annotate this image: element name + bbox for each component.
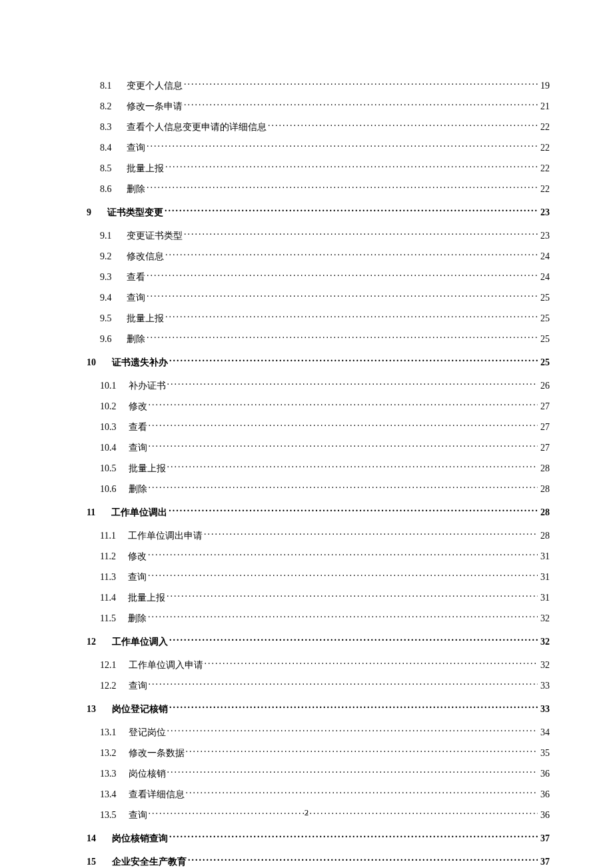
- toc-entry[interactable]: 10.3查看27: [87, 420, 550, 434]
- toc-entry-number: 13.1: [100, 725, 129, 739]
- toc-entry-number: 10.6: [100, 482, 129, 496]
- toc-entry[interactable]: 8.5批量上报22: [87, 161, 550, 175]
- toc-entry-number: 8.2: [100, 99, 127, 113]
- toc-entry-page: 22: [539, 182, 550, 196]
- toc-leader-dots: [205, 659, 538, 668]
- toc-entry-page: 27: [539, 441, 550, 455]
- toc-entry-number: 12: [87, 635, 112, 649]
- toc-entry[interactable]: 11.2修改31: [87, 549, 550, 563]
- toc-entry-title: 修改一条申请: [127, 99, 183, 113]
- toc-entry-title: 工作单位调出: [111, 505, 167, 519]
- toc-entry-title: 查看详细信息: [129, 787, 185, 801]
- toc-entry-number: 9.6: [100, 332, 127, 346]
- toc-entry[interactable]: 8.6删除22: [87, 182, 550, 196]
- toc-entry[interactable]: 11.1工作单位调出申请28: [87, 529, 550, 543]
- toc-entry-title: 删除: [127, 182, 145, 196]
- toc-entry-page: 24: [539, 249, 550, 263]
- toc-entry[interactable]: 9.5批量上报25: [87, 311, 550, 325]
- toc-entry-title: 登记岗位: [129, 725, 166, 739]
- toc-entry-page: 28: [539, 505, 550, 519]
- toc-entry-title: 岗位登记核销: [112, 702, 168, 716]
- toc-entry[interactable]: 11.5删除32: [87, 611, 550, 625]
- toc-entry[interactable]: 14岗位核销查询37: [87, 831, 550, 845]
- toc-entry-number: 9.5: [100, 311, 127, 325]
- toc-entry-title: 查询: [129, 441, 147, 455]
- toc-entry-title: 查询: [128, 570, 147, 584]
- toc-entry[interactable]: 11工作单位调出28: [87, 505, 550, 519]
- toc-leader-dots: [184, 79, 538, 89]
- toc-entry-page: 27: [539, 399, 550, 413]
- toc-leader-dots: [165, 312, 538, 321]
- toc-entry-number: 10.2: [100, 399, 129, 413]
- toc-entry[interactable]: 11.3查询31: [87, 570, 550, 584]
- toc-entry-title: 批量上报: [129, 461, 166, 475]
- toc-leader-dots: [165, 206, 538, 215]
- toc-list: 8.1变更个人信息198.2修改一条申请218.3查看个人信息变更申请的详细信息…: [87, 79, 550, 868]
- toc-entry-title: 查询: [127, 141, 145, 155]
- toc-leader-dots: [148, 612, 538, 621]
- toc-entry-page: 21: [539, 99, 550, 113]
- toc-leader-dots: [204, 529, 538, 539]
- toc-entry[interactable]: 13.2修改一条数据35: [87, 746, 550, 760]
- toc-entry-page: 34: [539, 725, 550, 739]
- toc-entry-number: 8.5: [100, 161, 127, 175]
- toc-entry-page: 28: [539, 482, 550, 496]
- toc-entry[interactable]: 9.3查看24: [87, 270, 550, 284]
- toc-entry-number: 11.4: [100, 591, 128, 605]
- toc-entry-number: 9: [87, 205, 107, 219]
- toc-entry[interactable]: 10.1补办证书26: [87, 379, 550, 393]
- toc-leader-dots: [167, 726, 538, 735]
- toc-leader-dots: [169, 703, 538, 712]
- toc-entry[interactable]: 8.1变更个人信息19: [87, 79, 550, 93]
- toc-entry[interactable]: 15企业安全生产教育37: [87, 855, 550, 868]
- toc-entry[interactable]: 9证书类型变更23: [87, 205, 550, 219]
- toc-entry-title: 查看: [127, 270, 145, 284]
- toc-entry[interactable]: 11.4批量上报31: [87, 591, 550, 605]
- toc-entry-number: 9.4: [100, 291, 127, 305]
- toc-entry[interactable]: 12工作单位调入32: [87, 635, 550, 649]
- toc-entry[interactable]: 10.6删除28: [87, 482, 550, 496]
- toc-entry-number: 10: [87, 355, 112, 369]
- toc-leader-dots: [268, 121, 538, 130]
- toc-entry-number: 8.1: [100, 79, 127, 93]
- toc-entry[interactable]: 10.4查询27: [87, 441, 550, 455]
- toc-entry[interactable]: 10.2修改27: [87, 399, 550, 413]
- toc-entry-number: 14: [87, 831, 112, 845]
- toc-entry[interactable]: 13.1登记岗位34: [87, 725, 550, 739]
- toc-entry[interactable]: 12.2查询33: [87, 679, 550, 693]
- toc-entry-title: 批量上报: [128, 591, 165, 605]
- toc-leader-dots: [149, 441, 538, 451]
- toc-leader-dots: [149, 421, 538, 430]
- toc-leader-dots: [186, 788, 538, 797]
- toc-entry[interactable]: 9.1变更证书类型23: [87, 229, 550, 243]
- toc-entry-page: 25: [539, 332, 550, 346]
- toc-entry[interactable]: 13.3岗位核销36: [87, 767, 550, 781]
- toc-entry-number: 10.5: [100, 461, 129, 475]
- toc-entry-title: 工作单位调入申请: [129, 658, 203, 672]
- toc-entry-title: 删除: [128, 611, 147, 625]
- toc-entry-number: 13.2: [100, 746, 129, 760]
- toc-entry-number: 9.3: [100, 270, 127, 284]
- toc-entry-page: 28: [539, 461, 550, 475]
- toc-entry-page: 26: [539, 379, 550, 393]
- toc-entry[interactable]: 8.3查看个人信息变更申请的详细信息22: [87, 120, 550, 134]
- toc-entry[interactable]: 12.1工作单位调入申请32: [87, 658, 550, 672]
- toc-entry-page: 22: [539, 161, 550, 175]
- toc-entry-number: 13.4: [100, 787, 129, 801]
- toc-entry[interactable]: 9.2修改信息24: [87, 249, 550, 263]
- toc-entry[interactable]: 13岗位登记核销33: [87, 702, 550, 716]
- toc-entry-title: 证书类型变更: [107, 205, 163, 219]
- toc-entry[interactable]: 10.5批量上报28: [87, 461, 550, 475]
- toc-entry-page: 33: [539, 702, 550, 716]
- toc-entry[interactable]: 9.6删除25: [87, 332, 550, 346]
- toc-entry[interactable]: 9.4查询25: [87, 291, 550, 305]
- toc-entry[interactable]: 8.2修改一条申请21: [87, 99, 550, 113]
- toc-entry-number: 8.6: [100, 182, 127, 196]
- toc-entry[interactable]: 8.4查询22: [87, 141, 550, 155]
- toc-entry[interactable]: 13.4查看详细信息36: [87, 787, 550, 801]
- toc-leader-dots: [169, 356, 538, 365]
- toc-leader-dots: [167, 462, 538, 471]
- toc-entry[interactable]: 10证书遗失补办25: [87, 355, 550, 369]
- toc-entry-title: 岗位核销查询: [112, 831, 168, 845]
- toc-leader-dots: [165, 162, 538, 171]
